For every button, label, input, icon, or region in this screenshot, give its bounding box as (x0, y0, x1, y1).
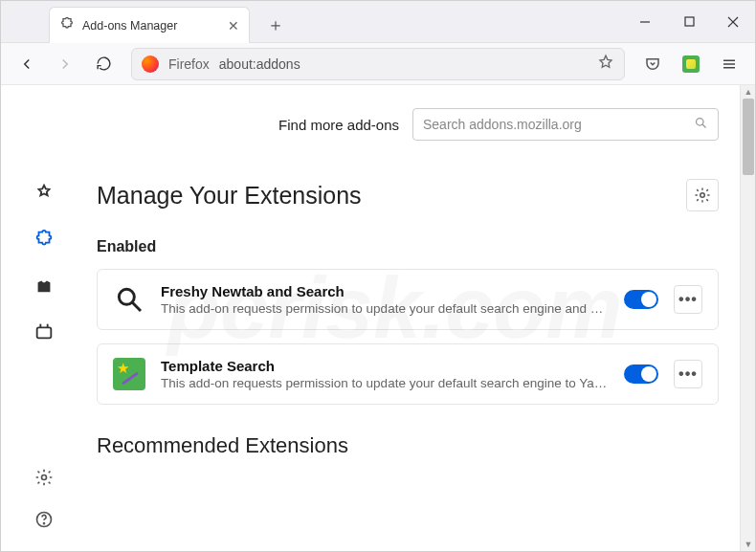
tab-title: Add-ons Manager (82, 19, 177, 33)
addons-page: Find more add-ons Search addons.mozilla.… (1, 85, 755, 551)
tools-gear-button[interactable] (686, 179, 719, 211)
svg-line-17 (132, 302, 141, 311)
svg-point-13 (697, 119, 704, 126)
vertical-scrollbar[interactable]: ▲ ▼ (740, 85, 755, 551)
window-controls (623, 1, 755, 42)
extension-more-button[interactable]: ••• (674, 360, 702, 388)
extension-name: Freshy Newtab and Search (161, 283, 609, 299)
svg-point-10 (42, 475, 47, 480)
template-search-icon (113, 358, 145, 390)
extension-info: Freshy Newtab and Search This add-on req… (161, 283, 609, 316)
bookmark-star-icon[interactable] (597, 54, 614, 75)
extension-toggle[interactable] (624, 364, 658, 384)
svg-point-16 (119, 289, 134, 304)
window-minimize-button[interactable] (623, 5, 667, 39)
search-placeholder: Search addons.mozilla.org (423, 117, 694, 132)
tab-strip: Add-ons Manager ✕ ＋ (1, 1, 623, 43)
find-addons-row: Find more add-ons Search addons.mozilla.… (97, 108, 719, 141)
scroll-down-icon[interactable]: ▼ (741, 538, 755, 551)
address-bar[interactable]: Firefox about:addons (131, 48, 625, 80)
reload-button[interactable] (87, 48, 120, 80)
sidebar-help[interactable] (32, 507, 56, 532)
extension-desc: This add-on requests permission to updat… (161, 376, 609, 390)
find-addons-label: Find more add-ons (278, 117, 399, 133)
page-title: Manage Your Extensions (97, 182, 686, 210)
page-header-row: Manage Your Extensions (97, 179, 719, 211)
puzzle-icon (59, 16, 75, 34)
window-maximize-button[interactable] (667, 5, 711, 39)
window-titlebar: Add-ons Manager ✕ ＋ (1, 1, 755, 43)
search-addons-input[interactable]: Search addons.mozilla.org (412, 108, 719, 141)
scroll-up-icon[interactable]: ▲ (741, 85, 755, 99)
extension-card-template-search[interactable]: Template Search This add-on requests per… (97, 343, 719, 405)
svg-point-15 (700, 193, 705, 198)
svg-rect-7 (37, 327, 52, 338)
address-url: about:addons (219, 56, 300, 72)
search-icon (694, 116, 708, 133)
app-menu-button[interactable] (713, 48, 745, 80)
tab-close-button[interactable]: ✕ (228, 18, 239, 33)
sidebar-item-plugins[interactable] (32, 319, 56, 343)
window-close-button[interactable] (711, 5, 755, 39)
extension-desc: This add-on requests permission to updat… (161, 301, 609, 316)
sidebar-item-themes[interactable] (32, 273, 56, 298)
category-sidebar (1, 85, 87, 551)
extension-toggle[interactable] (624, 290, 658, 309)
new-tab-button[interactable]: ＋ (259, 10, 292, 40)
forward-button[interactable] (49, 48, 81, 80)
sidebar-item-recommendations[interactable] (32, 181, 56, 206)
extension-card-freshy[interactable]: Freshy Newtab and Search This add-on req… (97, 269, 719, 330)
section-heading-recommended: Recommended Extensions (97, 433, 719, 458)
scrollbar-thumb[interactable] (743, 99, 754, 175)
sidebar-item-extensions[interactable] (32, 227, 56, 252)
extension-more-button[interactable]: ••• (674, 285, 702, 314)
address-brand: Firefox (168, 56, 210, 72)
pocket-button[interactable] (636, 48, 669, 80)
magnifier-icon (113, 283, 145, 316)
firefox-window: Add-ons Manager ✕ ＋ Firefox about:addons (0, 0, 756, 552)
browser-tab-addons[interactable]: Add-ons Manager ✕ (49, 7, 250, 43)
svg-rect-1 (685, 17, 694, 26)
svg-line-14 (702, 124, 705, 127)
firefox-logo-icon (142, 55, 159, 73)
back-button[interactable] (11, 48, 43, 80)
sidebar-settings[interactable] (32, 465, 56, 490)
browser-toolbar: Firefox about:addons (1, 43, 755, 85)
extension-info: Template Search This add-on requests per… (161, 358, 609, 390)
section-heading-enabled: Enabled (97, 238, 719, 255)
template-search-badge-icon (682, 55, 700, 73)
extension-toolbar-icon[interactable] (675, 48, 707, 80)
main-panel: Find more add-ons Search addons.mozilla.… (87, 85, 755, 551)
svg-point-12 (44, 523, 45, 524)
extension-name: Template Search (161, 358, 609, 374)
